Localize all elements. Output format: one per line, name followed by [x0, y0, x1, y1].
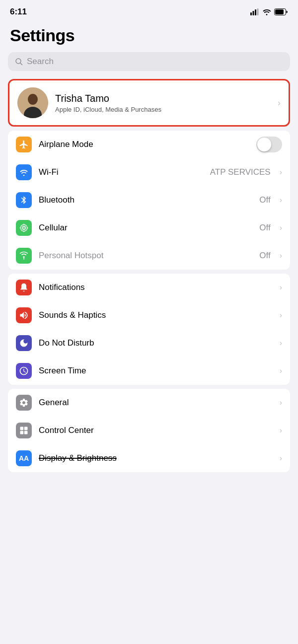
status-bar: 6:11	[0, 0, 298, 21]
dnd-icon	[19, 338, 29, 348]
svg-rect-5	[275, 9, 284, 14]
general-chevron: ›	[280, 398, 282, 407]
dnd-row[interactable]: Do Not Disturb ›	[8, 329, 290, 357]
screentime-icon-box	[16, 363, 32, 379]
cellular-icon	[19, 223, 29, 233]
sounds-chevron: ›	[280, 311, 282, 320]
airplane-icon	[19, 140, 29, 149]
search-bar[interactable]: Search	[8, 52, 290, 71]
svg-rect-2	[255, 9, 256, 15]
airplane-mode-label: Airplane Mode	[39, 140, 249, 149]
profile-row[interactable]: Trisha Tamo Apple ID, iCloud, Media & Pu…	[8, 79, 290, 127]
battery-icon	[274, 8, 288, 15]
notifications-icon-box	[16, 280, 32, 295]
svg-rect-0	[250, 12, 252, 15]
wifi-icon-box	[16, 164, 32, 180]
airplane-mode-icon-box	[16, 137, 32, 152]
svg-point-12	[23, 227, 25, 229]
svg-rect-16	[20, 431, 24, 434]
controlcenter-label: Control Center	[39, 426, 273, 435]
hotspot-row[interactable]: Personal Hotspot Off ›	[8, 242, 290, 270]
dnd-chevron: ›	[280, 339, 282, 348]
cellular-icon-box	[16, 220, 32, 236]
cellular-chevron: ›	[280, 223, 282, 232]
svg-point-13	[23, 256, 24, 258]
sounds-row[interactable]: Sounds & Haptics ›	[8, 301, 290, 329]
status-icons	[250, 8, 288, 15]
notifications-row[interactable]: Notifications ›	[8, 274, 290, 301]
display-icon-box: AA	[16, 450, 32, 466]
hotspot-chevron: ›	[280, 251, 282, 260]
profile-name: Trisha Tamo	[55, 93, 271, 104]
profile-subtitle: Apple ID, iCloud, Media & Purchases	[55, 106, 271, 113]
profile-info: Trisha Tamo Apple ID, iCloud, Media & Pu…	[55, 93, 271, 113]
system-section: Notifications › Sounds & Haptics › Do No…	[8, 274, 290, 385]
hotspot-icon-box	[16, 248, 32, 264]
svg-rect-1	[253, 11, 254, 15]
hotspot-label: Personal Hotspot	[39, 251, 252, 261]
airplane-mode-row[interactable]: Airplane Mode	[8, 131, 290, 158]
notifications-label: Notifications	[39, 283, 273, 292]
bluetooth-label: Bluetooth	[39, 195, 252, 205]
general-row[interactable]: General ›	[8, 389, 290, 417]
profile-chevron: ›	[278, 98, 281, 108]
cellular-value: Off	[259, 223, 270, 233]
display-row[interactable]: AA Display & Brightness ›	[8, 444, 290, 472]
screentime-chevron: ›	[280, 366, 282, 375]
page-header: Settings	[0, 21, 298, 50]
controlcenter-row[interactable]: Control Center ›	[8, 417, 290, 444]
sounds-label: Sounds & Haptics	[39, 310, 273, 320]
controlcenter-chevron: ›	[280, 426, 282, 435]
bluetooth-icon	[19, 195, 28, 205]
cellular-row[interactable]: Cellular Off ›	[8, 214, 290, 242]
wifi-status-icon	[262, 8, 271, 15]
bluetooth-row[interactable]: Bluetooth Off ›	[8, 186, 290, 214]
svg-rect-3	[257, 8, 259, 15]
bluetooth-icon-box	[16, 192, 32, 208]
notifications-chevron: ›	[280, 283, 282, 292]
screentime-icon	[19, 366, 29, 376]
svg-rect-17	[24, 431, 28, 434]
display-label: Display & Brightness	[39, 453, 273, 463]
dnd-label: Do Not Disturb	[39, 338, 273, 348]
cellular-label: Cellular	[39, 223, 252, 233]
display-chevron: ›	[280, 454, 282, 463]
sounds-icon-box	[16, 307, 32, 323]
controlcenter-icon-box	[16, 423, 32, 438]
bluetooth-value: Off	[259, 195, 270, 205]
wifi-icon	[19, 167, 29, 177]
signal-icon	[250, 8, 259, 15]
hotspot-icon	[19, 251, 29, 261]
svg-rect-14	[20, 427, 24, 430]
hotspot-value: Off	[259, 251, 270, 261]
wifi-label: Wi-Fi	[39, 167, 203, 177]
device-section: General › Control Center › AA Display & …	[8, 389, 290, 472]
wifi-value: ATP SERVICES	[210, 167, 271, 177]
sounds-icon	[19, 310, 29, 320]
wifi-chevron: ›	[280, 168, 282, 177]
avatar	[17, 87, 48, 118]
general-icon	[19, 398, 29, 408]
general-icon-box	[16, 395, 32, 411]
search-icon	[15, 58, 23, 66]
dnd-icon-box	[16, 335, 32, 351]
display-text-icon: AA	[19, 454, 29, 462]
notifications-icon	[19, 283, 29, 292]
screentime-row[interactable]: Screen Time ›	[8, 357, 290, 385]
search-placeholder: Search	[27, 57, 54, 67]
status-time: 6:11	[10, 7, 27, 17]
page-title: Settings	[10, 26, 288, 45]
svg-rect-15	[24, 427, 28, 430]
svg-point-8	[28, 94, 38, 105]
screentime-label: Screen Time	[39, 366, 273, 376]
connectivity-section: Airplane Mode Wi-Fi ATP SERVICES › Bluet…	[8, 131, 290, 270]
wifi-row[interactable]: Wi-Fi ATP SERVICES ›	[8, 158, 290, 186]
airplane-mode-toggle[interactable]	[256, 137, 282, 152]
bluetooth-chevron: ›	[280, 196, 282, 205]
general-label: General	[39, 398, 273, 408]
toggle-knob	[257, 138, 271, 151]
controlcenter-icon	[19, 426, 29, 435]
